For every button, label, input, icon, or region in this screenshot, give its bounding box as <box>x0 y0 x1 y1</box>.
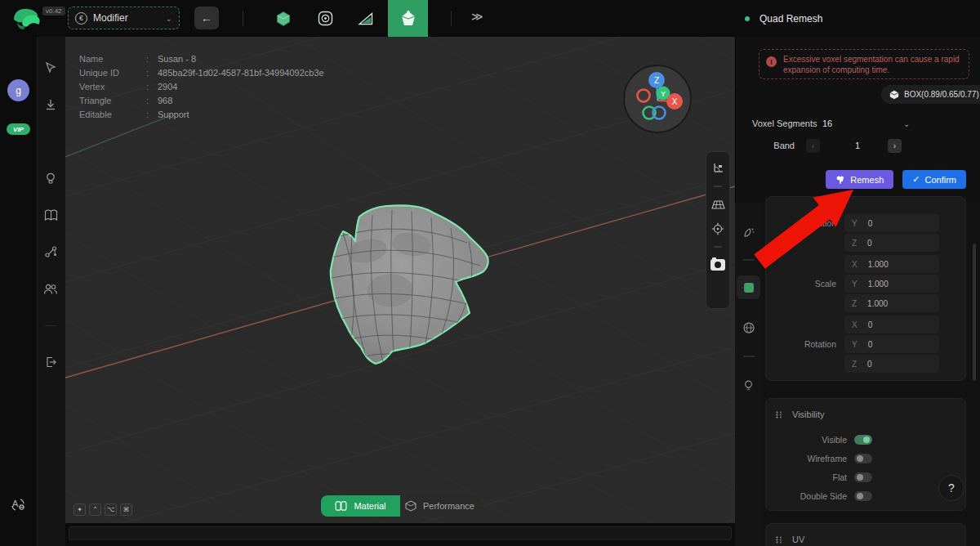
modifier-dropdown[interactable]: € Modifier ⌄ <box>68 7 180 29</box>
capture-icon <box>318 11 333 26</box>
double-side-toggle[interactable] <box>854 491 872 501</box>
scale-y-field[interactable]: Y1.000 <box>844 275 939 293</box>
quad-remesh-tool-active[interactable] <box>388 0 428 37</box>
target-object-badge[interactable]: BOX(0.89/0.65/0.77) <box>881 85 980 104</box>
collapse-toolbar-button[interactable]: ≫ <box>471 10 483 23</box>
visible-toggle[interactable] <box>854 435 872 445</box>
tab-performance-label: Performance <box>423 501 474 511</box>
action-buttons-row: Remesh ✓ Confirm <box>736 170 966 189</box>
band-increase-button[interactable]: › <box>888 139 902 153</box>
position-z-field[interactable]: Z0 <box>844 234 939 252</box>
gizmo-x-label: X <box>672 97 678 106</box>
select-tool-button[interactable] <box>42 59 60 77</box>
confirm-button[interactable]: ✓ Confirm <box>902 170 966 189</box>
collaborators-button[interactable] <box>42 280 60 298</box>
app-logo-icon[interactable] <box>11 6 43 31</box>
transform-row: Z0 <box>766 355 965 373</box>
info-row: Vertex:2904 <box>79 79 324 93</box>
properties-tab-strip <box>735 203 762 546</box>
uv-section: UV <box>765 523 966 546</box>
measure-tool-button[interactable] <box>706 156 729 181</box>
info-row: Editable:Support <box>79 107 324 121</box>
position-y-field[interactable]: Y0 <box>844 214 939 232</box>
back-button[interactable]: ← <box>194 7 219 29</box>
avatar[interactable]: g <box>7 79 29 101</box>
focus-crosshair-icon <box>711 222 724 235</box>
band-decrease-button[interactable]: ‹ <box>806 139 820 153</box>
language-translate-button[interactable]: A <box>8 495 28 514</box>
snapshot-button[interactable] <box>706 253 729 277</box>
toggle-row: Double Side <box>766 487 965 505</box>
timeline-bar[interactable] <box>69 526 732 540</box>
flat-toggle[interactable] <box>854 472 872 482</box>
transform-row: X1.000 <box>766 255 965 273</box>
scale-z-field[interactable]: Z1.000 <box>844 294 939 312</box>
rotation-x-field[interactable]: X0 <box>844 316 939 333</box>
ramp-tool[interactable] <box>353 6 379 31</box>
gem-icon <box>275 11 292 27</box>
uv-title: UV <box>792 535 804 544</box>
bulb-icon <box>742 379 755 392</box>
download-icon <box>44 98 57 111</box>
orientation-gizmo[interactable]: Z Y X <box>623 65 693 134</box>
download-button[interactable] <box>42 96 60 114</box>
toolbar-divider <box>451 11 452 26</box>
chevron-down-icon[interactable]: ⌄ <box>903 119 910 128</box>
paint-brush-icon <box>742 226 755 239</box>
hotkey-cmd-button[interactable]: ⌘ <box>120 503 132 516</box>
tab-performance[interactable]: Performance <box>400 495 479 517</box>
users-icon <box>43 283 58 295</box>
vip-badge: VIP <box>7 123 30 135</box>
drag-handle-icon[interactable] <box>776 536 785 544</box>
lightbulb-icon <box>44 172 57 185</box>
exit-button[interactable] <box>42 353 60 371</box>
grid-plane-button[interactable] <box>706 192 729 217</box>
warning-text: Excessive voxel segmentation can cause a… <box>783 55 962 75</box>
top-toolbar: v0.42 € Modifier ⌄ ← <box>0 0 980 37</box>
paint-tab-button[interactable] <box>737 221 760 244</box>
lighting-tab-button[interactable] <box>737 374 760 397</box>
hotkey-ctrl-button[interactable]: ⌃ <box>89 503 101 516</box>
toggle-row: Visible <box>766 431 965 449</box>
gizmo-y-label: Y <box>661 90 666 98</box>
translate-icon: A <box>10 496 26 512</box>
rotation-z-field[interactable]: Z0 <box>844 355 939 373</box>
remesh-diamond-icon <box>399 10 417 28</box>
status-dot-icon <box>745 16 750 21</box>
tab-material[interactable]: Material <box>321 495 400 517</box>
remesh-tree-icon <box>835 175 845 185</box>
remesh-button[interactable]: Remesh <box>826 170 893 189</box>
performance-cube-icon <box>405 500 416 512</box>
focus-object-button[interactable] <box>706 217 729 241</box>
hotkey-buttons: ✦ ⌃ ⌥ ⌘ <box>74 503 132 516</box>
suzanne-mesh[interactable] <box>331 205 488 380</box>
environment-tab-button[interactable] <box>737 316 760 339</box>
object-tab-button-active[interactable] <box>737 275 760 299</box>
view-toolbar-divider <box>714 186 722 187</box>
logout-icon <box>44 356 57 369</box>
node-graph-button[interactable] <box>42 243 60 261</box>
hotkey-alt-button[interactable]: ⌥ <box>105 503 117 516</box>
capture-tool[interactable] <box>312 6 338 31</box>
help-button[interactable]: ? <box>938 475 964 501</box>
panel-scrollbar[interactable] <box>973 244 976 381</box>
light-tool-button[interactable] <box>42 169 60 187</box>
transform-row: RotationY0 <box>766 335 965 353</box>
scale-x-field[interactable]: X1.000 <box>844 255 939 273</box>
hotkey-point-button[interactable]: ✦ <box>74 503 86 516</box>
wireframe-toggle[interactable] <box>854 454 872 463</box>
primitive-gem-tool[interactable] <box>270 6 296 31</box>
globe-icon <box>742 321 755 334</box>
band-value[interactable]: 1 <box>855 141 860 150</box>
remesh-button-label: Remesh <box>850 175 884 185</box>
3d-viewport[interactable]: Name:Susan - 8 Unique ID:485ba29f-1d02-4… <box>65 37 735 523</box>
band-row: Band ‹ 1 › <box>752 138 964 153</box>
library-button[interactable] <box>42 206 60 224</box>
rotation-y-field[interactable]: Y0 <box>844 335 939 353</box>
voxel-segments-value[interactable]: 16 <box>822 119 832 128</box>
view-toolbar <box>706 151 730 309</box>
view-toolbar-divider <box>714 246 722 248</box>
confirm-button-label: Confirm <box>924 175 956 185</box>
drag-handle-icon[interactable] <box>776 411 785 418</box>
cube-icon <box>889 90 899 100</box>
